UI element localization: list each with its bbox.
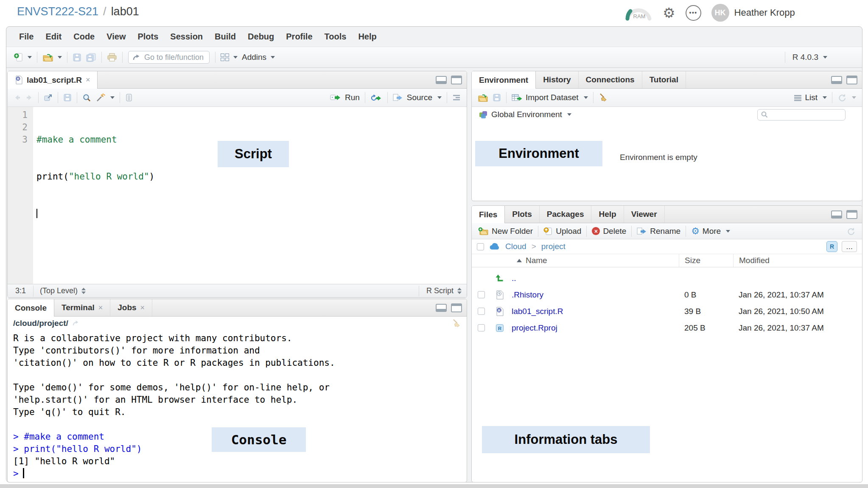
table-row-rhistory[interactable]: .Rhistory 0 B Jan 26, 2021, 10:37 AM (472, 286, 862, 303)
console-output[interactable]: R is a collaborative project with many c… (8, 330, 467, 482)
tab-history[interactable]: History (536, 71, 578, 88)
file-checkbox[interactable] (478, 324, 485, 331)
goto-file-input[interactable] (143, 53, 205, 62)
menu-tools[interactable]: Tools (319, 32, 353, 42)
delete-button[interactable]: Delete (590, 227, 628, 236)
import-dataset-button[interactable]: Import Dataset (510, 93, 590, 102)
source-button[interactable]: Source (391, 93, 444, 102)
code-tools-button[interactable] (93, 93, 117, 102)
settings-gear-icon[interactable]: ⚙ (663, 6, 675, 20)
load-workspace-button[interactable] (476, 93, 490, 102)
minimize-pane-icon[interactable] (436, 76, 447, 84)
back-button[interactable] (11, 94, 23, 101)
file-link[interactable]: project.Rproj (509, 323, 679, 333)
breadcrumb-project-link[interactable]: ENVST222-S21 (17, 5, 98, 18)
new-file-button[interactable] (11, 53, 34, 62)
find-replace-button[interactable] (80, 93, 93, 102)
menu-file[interactable]: File (13, 32, 39, 42)
open-file-button[interactable] (40, 53, 64, 62)
table-row-project-rproj[interactable]: R project.Rproj 205 B Jan 26, 2021, 10:3… (472, 320, 862, 336)
compile-report-button[interactable] (123, 93, 135, 102)
column-header-size[interactable]: Size (679, 254, 733, 267)
tab-help[interactable]: Help (591, 206, 624, 223)
path-ellipsis-button[interactable]: ... (842, 241, 857, 252)
maximize-pane-icon[interactable] (846, 76, 857, 84)
menu-view[interactable]: View (101, 32, 132, 42)
save-script-button[interactable] (61, 93, 74, 102)
environment-search-input[interactable] (770, 110, 842, 119)
menu-session[interactable]: Session (164, 32, 209, 42)
breadcrumb-cloud-link[interactable]: Cloud (505, 242, 526, 251)
breadcrumb-project-folder-link[interactable]: project (541, 242, 566, 251)
code-editor[interactable]: 1 2 3 #make a comment print("hello R wor… (8, 107, 467, 284)
menu-build[interactable]: Build (209, 32, 242, 42)
tab-plots[interactable]: Plots (505, 206, 539, 223)
file-type-selector[interactable]: R Script (426, 286, 462, 295)
tab-connections[interactable]: Connections (579, 71, 642, 88)
maximize-pane-icon[interactable] (451, 76, 462, 84)
tab-tutorial[interactable]: Tutorial (642, 71, 686, 88)
r-version-selector[interactable]: R 4.0.3 (782, 52, 827, 63)
menu-help[interactable]: Help (352, 32, 382, 42)
file-link[interactable]: .. (509, 274, 679, 283)
breadcrumb-separator: > (532, 242, 536, 251)
save-workspace-button[interactable] (490, 93, 503, 102)
new-folder-button[interactable]: New Folder (476, 227, 535, 236)
tab-jobs[interactable]: Jobs × (110, 299, 152, 316)
menu-debug[interactable]: Debug (242, 32, 280, 42)
pane-layout-button[interactable] (218, 53, 240, 61)
refresh-environment-button[interactable] (835, 93, 858, 102)
more-options-icon[interactable]: ••• (686, 5, 701, 21)
column-header-modified[interactable]: Modified (733, 254, 862, 267)
rename-button[interactable]: Rename (635, 227, 683, 236)
file-checkbox[interactable] (478, 308, 485, 315)
clear-environment-broom-icon[interactable] (596, 93, 610, 102)
environment-scope-selector[interactable]: Global Environment (476, 110, 574, 119)
forward-button[interactable] (23, 94, 35, 101)
editor-tab-lab01-script[interactable]: R lab01_script.R × (8, 71, 98, 89)
clear-console-broom-icon[interactable] (452, 319, 461, 328)
run-button[interactable]: Run (328, 93, 362, 102)
maximize-pane-icon[interactable] (451, 303, 462, 312)
table-row-lab01-script[interactable]: R lab01_script.R 39 B Jan 26, 2021, 10:5… (472, 303, 862, 320)
menu-profile[interactable]: Profile (280, 32, 318, 42)
goto-directory-icon[interactable] (72, 320, 80, 326)
minimize-pane-icon[interactable] (831, 76, 842, 84)
minimize-pane-icon[interactable] (831, 210, 842, 219)
list-view-selector[interactable]: List (792, 93, 829, 102)
file-link[interactable]: .Rhistory (509, 290, 679, 300)
environment-search-box[interactable] (757, 109, 846, 121)
goto-file-search[interactable] (128, 51, 210, 64)
tab-console[interactable]: Console (8, 299, 54, 317)
refresh-files-button[interactable] (844, 227, 858, 236)
minimize-pane-icon[interactable] (436, 304, 447, 312)
tab-packages[interactable]: Packages (540, 206, 592, 223)
save-button[interactable] (70, 53, 84, 62)
tab-files[interactable]: Files (472, 206, 505, 223)
file-link[interactable]: lab01_script.R (509, 307, 679, 316)
close-icon[interactable]: × (86, 76, 90, 84)
select-all-checkbox[interactable] (477, 243, 484, 250)
close-icon[interactable]: × (140, 303, 145, 312)
column-header-name[interactable]: Name (472, 254, 679, 267)
print-button[interactable] (105, 53, 119, 62)
document-outline-button[interactable] (450, 94, 463, 101)
tab-environment[interactable]: Environment (472, 71, 536, 89)
file-checkbox[interactable] (478, 291, 485, 298)
user-menu[interactable]: HK Heather Kropp (711, 4, 795, 22)
menu-plots[interactable]: Plots (132, 32, 164, 42)
more-button[interactable]: ⚙ More (689, 227, 732, 236)
menu-code[interactable]: Code (67, 32, 101, 42)
upload-button[interactable]: Upload (541, 227, 583, 236)
maximize-pane-icon[interactable] (846, 210, 857, 219)
close-icon[interactable]: × (98, 303, 103, 312)
table-row-parent-dir[interactable]: .. (472, 270, 862, 286)
rerun-button[interactable] (368, 94, 384, 102)
menu-edit[interactable]: Edit (39, 32, 67, 42)
tab-viewer[interactable]: Viewer (624, 206, 665, 223)
addins-button[interactable]: Addins (240, 53, 277, 62)
tab-terminal[interactable]: Terminal × (54, 299, 110, 316)
open-in-new-window-button[interactable] (42, 94, 55, 102)
save-all-button[interactable] (84, 53, 98, 62)
scope-selector[interactable]: (Top Level) (40, 286, 86, 295)
